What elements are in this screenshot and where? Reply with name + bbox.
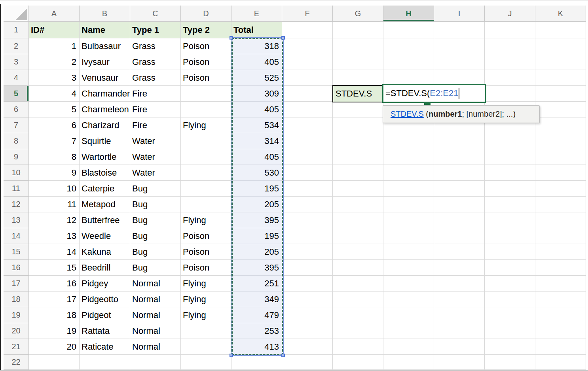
cell-E13[interactable]: 395 [231, 212, 282, 228]
cell-J22[interactable] [485, 355, 535, 370]
cell-C5[interactable]: Fire [130, 86, 181, 102]
cell-G21[interactable] [333, 339, 383, 355]
cell-H11[interactable] [383, 181, 434, 197]
cell-B20[interactable]: Rattata [80, 323, 130, 339]
cell-F19[interactable] [282, 307, 333, 323]
cell-G19[interactable] [333, 307, 383, 323]
cell-C3[interactable]: Grass [130, 54, 181, 70]
cell-B8[interactable]: Squirtle [80, 133, 130, 149]
cell-K7[interactable] [535, 117, 586, 133]
function-name-link[interactable]: STDEV.S [391, 110, 424, 119]
cell-A15[interactable]: 14 [29, 244, 80, 260]
cell-D2[interactable]: Poison [181, 38, 231, 54]
row-header-14[interactable]: 14 [4, 228, 29, 244]
cell-J12[interactable] [485, 197, 535, 212]
row-header-21[interactable]: 21 [4, 339, 29, 355]
cell-F7[interactable] [282, 117, 333, 133]
cell-J14[interactable] [485, 228, 535, 244]
cell-D15[interactable]: Poison [181, 244, 231, 260]
cell-I4[interactable] [434, 70, 485, 86]
column-header-J[interactable]: J [485, 6, 535, 22]
cell-C14[interactable]: Bug [130, 228, 181, 244]
row-header-7[interactable]: 7 [4, 117, 29, 133]
row-header-9[interactable]: 9 [4, 149, 29, 165]
column-header-E[interactable]: E [231, 6, 282, 22]
cell-C21[interactable]: Normal [130, 339, 181, 355]
cell-B17[interactable]: Pidgey [80, 276, 130, 292]
cell-J13[interactable] [485, 212, 535, 228]
cell-E8[interactable]: 314 [231, 133, 282, 149]
cell-G12[interactable] [333, 197, 383, 212]
cell-I18[interactable] [434, 292, 485, 307]
cell-J15[interactable] [485, 244, 535, 260]
cell-J19[interactable] [485, 307, 535, 323]
cell-A6[interactable]: 5 [29, 102, 80, 117]
cell-B12[interactable]: Metapod [80, 197, 130, 212]
row-header-15[interactable]: 15 [4, 244, 29, 260]
cell-H21[interactable] [383, 339, 434, 355]
cell-D16[interactable]: Poison [181, 260, 231, 276]
select-all-button[interactable] [4, 6, 29, 22]
cell-K22[interactable] [535, 355, 586, 370]
cell-B22[interactable] [80, 355, 130, 370]
cell-J18[interactable] [485, 292, 535, 307]
cell-H9[interactable] [383, 149, 434, 165]
cell-F21[interactable] [282, 339, 333, 355]
cell-D20[interactable] [181, 323, 231, 339]
cell-H13[interactable] [383, 212, 434, 228]
cell-H15[interactable] [383, 244, 434, 260]
cell-E22[interactable] [231, 355, 282, 370]
cell-E5[interactable]: 309 [231, 86, 282, 102]
cell-K8[interactable] [535, 133, 586, 149]
cell-J4[interactable] [485, 70, 535, 86]
cell-C2[interactable]: Grass [130, 38, 181, 54]
row-header-13[interactable]: 13 [4, 212, 29, 228]
cell-D4[interactable]: Poison [181, 70, 231, 86]
cell-F4[interactable] [282, 70, 333, 86]
cell-K18[interactable] [535, 292, 586, 307]
cell-F5[interactable] [282, 86, 333, 102]
cell-A7[interactable]: 6 [29, 117, 80, 133]
cell-E4[interactable]: 525 [231, 70, 282, 86]
column-header-H[interactable]: H [383, 6, 434, 22]
cell-J21[interactable] [485, 339, 535, 355]
cell-B2[interactable]: Bulbasaur [80, 38, 130, 54]
cell-C6[interactable]: Fire [130, 102, 181, 117]
cell-F22[interactable] [282, 355, 333, 370]
cell-G6[interactable] [333, 102, 383, 117]
cell-C18[interactable]: Normal [130, 292, 181, 307]
cell-G7[interactable] [333, 117, 383, 133]
cell-G4[interactable] [333, 70, 383, 86]
cell-K3[interactable] [535, 54, 586, 70]
cell-E20[interactable]: 253 [231, 323, 282, 339]
cell-A16[interactable]: 15 [29, 260, 80, 276]
row-header-3[interactable]: 3 [4, 54, 29, 70]
cell-B7[interactable]: Charizard [80, 117, 130, 133]
cell-K16[interactable] [535, 260, 586, 276]
row-header-12[interactable]: 12 [4, 197, 29, 212]
cell-A19[interactable]: 18 [29, 307, 80, 323]
cell-E9[interactable]: 405 [231, 149, 282, 165]
cell-F17[interactable] [282, 276, 333, 292]
cell-A11[interactable]: 10 [29, 181, 80, 197]
cell-J20[interactable] [485, 323, 535, 339]
cell-I2[interactable] [434, 38, 485, 54]
cell-C11[interactable]: Bug [130, 181, 181, 197]
cell-A13[interactable]: 12 [29, 212, 80, 228]
cell-I11[interactable] [434, 181, 485, 197]
cell-D18[interactable]: Flying [181, 292, 231, 307]
cell-E10[interactable]: 530 [231, 165, 282, 181]
cell-A18[interactable]: 17 [29, 292, 80, 307]
cell-H4[interactable] [383, 70, 434, 86]
cell-H17[interactable] [383, 276, 434, 292]
column-header-F[interactable]: F [282, 6, 333, 22]
cell-K4[interactable] [535, 70, 586, 86]
row-header-5[interactable]: 5 [4, 86, 29, 102]
cell-B6[interactable]: Charmeleon [80, 102, 130, 117]
cell-D5[interactable] [181, 86, 231, 102]
cell-G9[interactable] [333, 149, 383, 165]
cell-G17[interactable] [333, 276, 383, 292]
cell-G5-label[interactable]: STDEV.S [332, 85, 384, 102]
cell-A21[interactable]: 20 [29, 339, 80, 355]
cell-D11[interactable] [181, 181, 231, 197]
